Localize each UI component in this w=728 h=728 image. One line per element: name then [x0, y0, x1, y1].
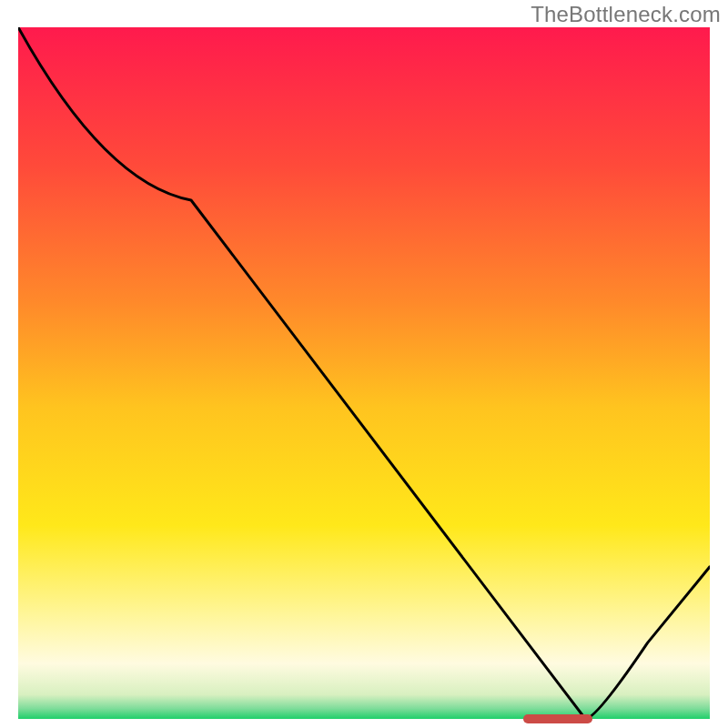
chart-svg [18, 27, 710, 719]
plot-area [18, 27, 710, 719]
minimum-marker [523, 714, 592, 723]
chart-stage: TheBottleneck.com [0, 0, 728, 728]
watermark-text: TheBottleneck.com [531, 2, 721, 27]
gradient-background [18, 27, 710, 719]
